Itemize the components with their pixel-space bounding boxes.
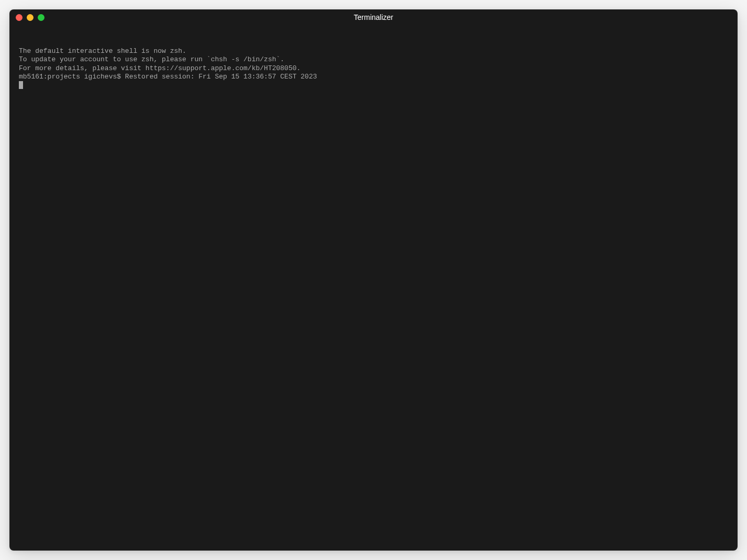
terminal-output-line: To update your account to use zsh, pleas… (19, 55, 728, 64)
window-title: Terminalizer (354, 13, 393, 21)
minimize-button[interactable] (27, 14, 34, 21)
terminal-prompt-output: Restored session: Fri Sep 15 13:36:57 CE… (125, 73, 317, 81)
terminal-cursor-line (19, 81, 728, 89)
terminal-body[interactable]: The default interactive shell is now zsh… (9, 25, 738, 551)
terminal-cursor (19, 81, 23, 89)
title-bar: Terminalizer (9, 9, 738, 25)
close-button[interactable] (16, 14, 23, 21)
traffic-lights (16, 14, 44, 21)
terminal-output-line: The default interactive shell is now zsh… (19, 47, 728, 55)
maximize-button[interactable] (38, 14, 44, 21)
terminal-output-line: For more details, please visit https://s… (19, 64, 728, 73)
terminal-window: Terminalizer The default interactive she… (9, 9, 738, 551)
terminal-prompt: mb5161:projects igichevs$ (19, 73, 125, 81)
terminal-prompt-line: mb5161:projects igichevs$ Restored sessi… (19, 73, 728, 81)
